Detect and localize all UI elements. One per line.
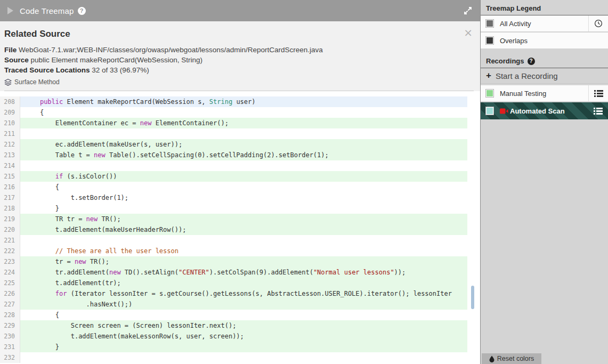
code-text: // These are all the user lesson: [20, 246, 467, 256]
legend-item-all-activity[interactable]: All Activity: [481, 15, 608, 31]
treemap-sidebar: Treemap Legend All ActivityOverlaps Reco…: [480, 0, 608, 364]
code-line: 223 tr = new TR();: [0, 256, 480, 267]
layers-icon: [4, 79, 12, 86]
code-lines: 208 public Element makeReportCard(WebSes…: [0, 96, 480, 363]
field-traced-locations-label: Traced Source Locations: [4, 66, 90, 74]
line-number: 225: [0, 278, 20, 288]
line-number: 211: [0, 128, 20, 139]
color-swatch[interactable]: [486, 37, 493, 44]
code-text: [20, 128, 467, 139]
recordings-help-icon[interactable]: ?: [528, 58, 535, 65]
code-text: .hasNext();): [20, 299, 467, 310]
code-line: 227 .hasNext();): [0, 299, 480, 310]
code-line: 216 {: [0, 182, 480, 192]
surface-method-tag: Surface Method: [4, 78, 474, 86]
code-text: public Element makeReportCard(WebSession…: [20, 96, 467, 107]
code-text: tr = new TR();: [20, 256, 467, 267]
code-line: 214: [0, 160, 480, 171]
vertical-scrollbar-thumb[interactable]: [471, 286, 474, 309]
help-icon[interactable]: ?: [78, 7, 86, 15]
code-treemap-panel: Code Treemap ? Related Source × File Web…: [0, 0, 480, 364]
code-line: 219 TR tr = new TR();: [0, 214, 480, 224]
recording-camera-icon: [500, 108, 508, 114]
code-line: 213 Table t = new Table().setCellSpacing…: [0, 150, 480, 160]
code-text: }: [20, 342, 467, 352]
code-text: {: [20, 310, 467, 320]
close-icon[interactable]: ×: [464, 29, 473, 36]
code-line: 228 {: [0, 310, 480, 320]
legend-heading-label: Treemap Legend: [486, 4, 541, 12]
code-line: 217 t.setBorder(1);: [0, 192, 480, 203]
line-number: 213: [0, 150, 20, 160]
recording-menu-button[interactable]: [588, 102, 608, 119]
list-icon: [594, 90, 603, 97]
clock-icon: [594, 19, 603, 28]
legend-items: All ActivityOverlaps: [481, 15, 608, 48]
code-text: for (Iterator lessonIter = s.getCourse()…: [20, 288, 467, 299]
recording-items: Manual TestingAutomated Scan: [481, 85, 608, 119]
expand-icon[interactable]: [463, 6, 473, 15]
code-text: [20, 352, 467, 363]
code-line: 209 {: [0, 107, 480, 118]
field-source-value: public Element makeReportCard(WebSession…: [31, 56, 202, 64]
recording-item-label: Manual Testing: [500, 90, 546, 98]
code-line: 218 }: [0, 203, 480, 214]
field-file-label: File: [4, 46, 17, 54]
line-number: 230: [0, 331, 20, 342]
reset-colors-button[interactable]: Reset colors: [482, 353, 541, 364]
code-text: Screen screen = (Screen) lessonIter.next…: [20, 320, 467, 331]
collapse-arrow-icon[interactable]: [7, 7, 13, 14]
field-file-value: WebGoat-7.1.war;WEB-INF/classes/org/owas…: [19, 46, 323, 54]
plus-icon: +: [486, 70, 491, 81]
code-text: tr.addElement(new TD().setAlign("CENTER"…: [20, 267, 467, 278]
field-traced-locations: Traced Source Locations 32 of 33 (96.97%…: [4, 65, 474, 75]
code-text: if (s.isColor()): [20, 171, 467, 182]
code-line: 211: [0, 128, 480, 139]
line-number: 220: [0, 224, 20, 235]
line-number: 209: [0, 107, 20, 118]
line-number: 212: [0, 139, 20, 150]
code-line: 225 t.addElement(tr);: [0, 278, 480, 288]
legend-heading: Treemap Legend: [481, 0, 608, 15]
panel-titlebar: Code Treemap ?: [0, 0, 480, 21]
code-text: t.setBorder(1);: [20, 192, 467, 203]
line-number: 217: [0, 192, 20, 203]
recording-menu-button[interactable]: [588, 85, 608, 101]
color-swatch[interactable]: [486, 90, 493, 97]
legend-item-overlaps[interactable]: Overlaps: [481, 33, 608, 48]
code-line: 221: [0, 235, 480, 246]
line-number: 227: [0, 299, 20, 310]
field-source: Source public Element makeReportCard(Web…: [4, 55, 474, 65]
field-source-label: Source: [4, 56, 29, 64]
droplet-icon: [489, 355, 494, 362]
camera-icon: [500, 108, 508, 114]
line-number: 224: [0, 267, 20, 278]
page-title: Related Source: [4, 29, 474, 39]
app-window: Code Treemap ? Related Source × File Web…: [0, 0, 608, 364]
code-line: 231 }: [0, 342, 480, 352]
legend-item-label: All Activity: [500, 20, 531, 28]
start-recording-button[interactable]: + Start a Recording: [481, 68, 608, 84]
line-number: 210: [0, 118, 20, 128]
recording-item-automated-scan[interactable]: Automated Scan: [481, 102, 608, 119]
line-number: 229: [0, 320, 20, 331]
code-text: [20, 235, 467, 246]
line-number: 218: [0, 203, 20, 214]
color-swatch[interactable]: [486, 107, 493, 115]
code-line: 208 public Element makeReportCard(WebSes…: [0, 96, 480, 107]
start-recording-label: Start a Recording: [496, 71, 558, 80]
code-line: 212 ec.addElement(makeUser(s, user));: [0, 139, 480, 150]
line-number: 215: [0, 171, 20, 182]
code-text: }: [20, 203, 467, 214]
surface-method-label: Surface Method: [14, 78, 60, 86]
activity-time-button[interactable]: [588, 15, 608, 31]
code-text: TR tr = new TR();: [20, 214, 467, 224]
list-icon: [594, 107, 603, 115]
code-line: 232: [0, 352, 480, 363]
recording-item-manual-testing[interactable]: Manual Testing: [481, 85, 608, 101]
code-line: 215 if (s.isColor()): [0, 171, 480, 182]
code-line: 230 t.addElement(makeLessonRow(s, user, …: [0, 331, 480, 342]
color-swatch[interactable]: [486, 20, 493, 27]
line-number: 231: [0, 342, 20, 352]
code-line: 229 Screen screen = (Screen) lessonIter.…: [0, 320, 480, 331]
